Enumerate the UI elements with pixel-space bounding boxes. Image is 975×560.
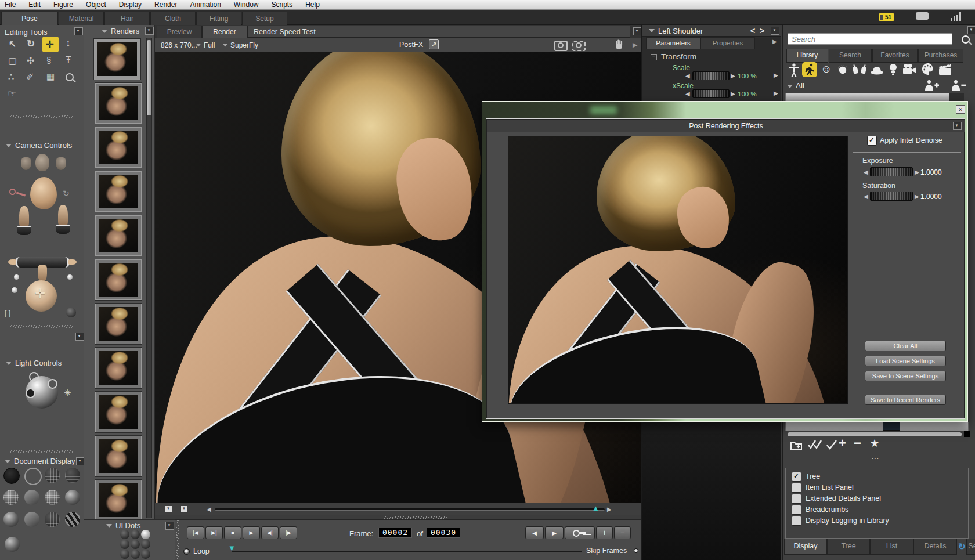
prev-actor-button[interactable]: < [750,26,755,35]
menu-file[interactable]: File [5,1,16,9]
display-style-lit-wireframe[interactable] [3,490,19,505]
panel-menu-icon[interactable] [74,27,83,35]
library-selected-thumb[interactable] [883,422,900,431]
edit-keyframes-button[interactable] [565,526,595,539]
panel-splitter-dots[interactable]: ⋯ [871,453,880,463]
check-icon[interactable] [826,439,837,450]
orbit-arrow-icon[interactable]: ↻ [63,189,70,198]
sun-icon[interactable]: ✳ [64,388,71,398]
menu-scripts[interactable]: Scripts [272,1,293,9]
panel-menu-icon[interactable] [165,522,174,530]
menu-animation[interactable]: Animation [190,1,221,9]
display-style-textured[interactable] [65,512,80,527]
scrub-left-arrow-icon[interactable]: ◀ [207,507,211,512]
panel-menu-icon[interactable] [76,457,85,465]
display-style-silhouette[interactable] [3,468,20,484]
tree-checkbox[interactable] [792,472,801,482]
exposure-slider[interactable] [870,167,913,176]
tab-properties[interactable]: Properties [700,37,755,49]
remove-item-icon[interactable]: − [854,436,861,451]
collapse-triangle-icon[interactable] [6,362,12,365]
selected-actor-title[interactable]: Left Shoulder [658,27,703,35]
camera-hand-up-left-icon[interactable] [19,206,29,227]
translate-tool-icon[interactable]: ✛ [46,39,53,50]
layers-icon[interactable] [165,505,172,513]
chain-break-tool-icon[interactable]: § [46,55,51,65]
expression-category-icon[interactable]: ☺ [821,63,832,75]
render-thumbnail[interactable] [95,391,142,433]
display-style-texture-wire[interactable] [45,512,60,527]
collapse-triangle-icon[interactable] [6,144,12,147]
size-mode-dropdown[interactable]: Full [204,41,215,49]
toolbar-chevron-icon[interactable]: ▶ [633,41,637,49]
ui-dot-9[interactable] [141,550,150,559]
breadcrumbs-checkbox[interactable] [792,505,801,515]
paint-tool-icon[interactable]: ✐ [26,71,34,82]
panel-divider[interactable] [176,520,179,560]
remove-figure-icon[interactable] [950,80,967,91]
key-icon[interactable] [9,189,16,195]
ui-dot-1[interactable] [120,530,129,539]
menu-display[interactable]: Display [119,1,142,9]
dialog-titlebar[interactable] [482,102,967,119]
camera-dot-3[interactable] [12,287,17,293]
dial-slider[interactable] [692,89,730,98]
dial-label[interactable]: xScale [673,82,694,90]
group-tool-icon[interactable]: ▦ [46,71,55,82]
collapse-triangle-icon[interactable] [102,30,107,33]
library-all-label[interactable]: All [796,81,804,90]
lights-category-icon[interactable] [888,63,898,76]
pose-category-icon[interactable] [804,63,815,76]
panel-menu-icon[interactable] [633,27,642,35]
panel-divider[interactable] [9,115,74,118]
render-thumbnail[interactable] [95,303,142,345]
dropdown-triangle-icon[interactable] [196,44,201,47]
dial-left-arrow-icon[interactable]: ◀ [685,73,690,79]
camera-snapshot-icon[interactable] [554,41,568,51]
last-frame-button[interactable]: ▶| [205,526,223,539]
add-figure-icon[interactable] [923,80,941,91]
saturation-left-arrow-icon[interactable]: ◀ [864,194,868,200]
transform-collapse-box[interactable]: − [651,54,657,60]
tab-library[interactable]: Library [786,49,828,63]
tabs-overflow-arrow-icon[interactable]: ▶ [772,38,777,45]
item-list-panel-checkbox[interactable] [792,483,801,493]
exposure-value[interactable]: 1.0000 [920,168,942,176]
panel-menu-icon[interactable] [967,26,975,34]
menu-object[interactable]: Object [86,1,106,9]
render-thumbnail[interactable] [95,259,142,301]
tab-cloth[interactable]: Cloth [150,12,196,26]
tab-parameters[interactable]: Parameters [646,37,700,49]
camera-dot-1[interactable] [14,274,19,280]
panel-menu-icon[interactable] [953,122,962,130]
dial-right-arrow-icon[interactable]: ▶ [731,91,735,97]
skip-frames-indicator[interactable] [634,548,638,553]
display-logging-checkbox[interactable] [792,516,801,526]
chat-bubble-icon[interactable] [916,12,929,20]
collapse-triangle-icon[interactable] [649,29,655,32]
camera-dark-sphere[interactable] [66,308,76,317]
camera-hand-right-icon[interactable] [56,157,66,170]
extended-details-checkbox[interactable] [792,494,801,504]
props-category-icon[interactable] [870,64,884,75]
new-folder-icon[interactable] [790,439,804,451]
panel-divider[interactable] [9,450,74,453]
panel-divider[interactable] [383,516,447,519]
favorite-star-icon[interactable]: ★ [870,437,879,450]
morph-tool-icon[interactable]: ∴ [8,71,14,82]
render-thumbnail[interactable] [95,82,142,124]
add-item-icon[interactable]: + [839,436,846,451]
hands-category-icon[interactable] [852,64,867,75]
saturation-slider[interactable] [870,192,913,201]
stats-bars-icon[interactable] [951,12,961,21]
display-style-smooth-lined[interactable] [3,512,19,527]
key-prev-button[interactable]: ◀ [525,526,544,539]
tab-tree[interactable]: Tree [827,539,870,555]
display-style-shadowed[interactable] [5,537,20,552]
display-style-wireframe[interactable] [45,468,60,483]
tab-material[interactable]: Material [59,12,104,26]
render-thumbnail[interactable] [95,171,142,212]
dialog-close-button[interactable]: ✕ [956,105,965,114]
dialog-header[interactable]: Post Rendering Effects [487,120,965,132]
render-thumbnail[interactable] [95,479,142,519]
